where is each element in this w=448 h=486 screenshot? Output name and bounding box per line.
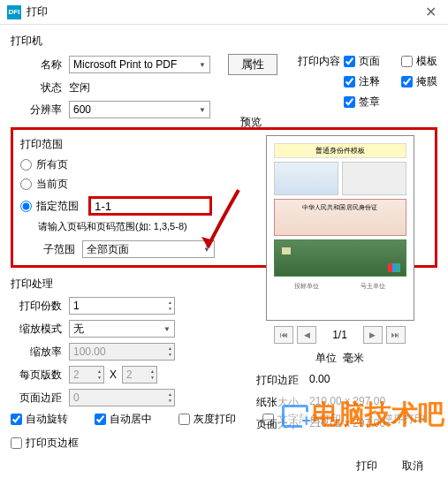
perpage-b-spinner: 2 [122,366,157,383]
close-button[interactable]: ✕ [420,2,441,23]
perpage-a-spinner: 2 [69,366,104,383]
print-content-label: 打印内容 [298,54,340,69]
preview-card [274,162,338,195]
properties-button[interactable]: 属性 [228,54,277,75]
watermark-icon [282,405,308,428]
cancel-button[interactable]: 取消 [395,457,430,475]
preview-bank-card [274,239,406,277]
subrange-label: 子范围 [38,242,75,257]
resolution-dropdown[interactable]: 600 [69,101,210,118]
name-label: 名称 [11,57,62,72]
next-page-button[interactable]: ▶ [363,326,383,344]
page-border-checkbox[interactable] [11,437,22,449]
mask-checkbox[interactable] [401,76,413,87]
app-icon: DFI [7,5,21,19]
ratio-spinner: 100.00 [69,343,175,361]
print-button[interactable]: 打印 [349,457,384,475]
auto-center-checkbox[interactable] [95,414,106,425]
preview-id-card: 中华人民共和国 居民身份证 [274,199,406,236]
scale-mode-dropdown[interactable]: 无 [69,320,175,338]
subrange-dropdown[interactable]: 全部页面 [82,240,215,258]
status-label: 状态 [11,80,62,95]
range-radio[interactable] [20,201,32,212]
watermark: 电脑技术吧 [278,397,448,433]
all-pages-radio[interactable] [20,159,32,171]
page-checkbox[interactable] [344,56,355,67]
preview-section-label: 预览 [240,115,439,130]
page-indicator: 1/1 [332,329,347,341]
range-input[interactable] [88,196,212,216]
last-page-button[interactable]: ⏭ [386,326,406,344]
printer-name-dropdown[interactable]: Microsoft Print to PDF [69,56,210,73]
preview-panel: 普通身份件模板 中华人民共和国 居民身份证 投标单位号主单位 [266,135,414,321]
preview-card [342,162,406,195]
annot-checkbox[interactable] [344,76,355,87]
printer-section-label: 打印机 [11,34,437,49]
auto-rotate-checkbox[interactable] [11,414,22,425]
preview-doc-title: 普通身份件模板 [274,143,406,158]
resolution-label: 分辨率 [11,103,62,118]
stamp-checkbox[interactable] [344,96,355,108]
page-margin-spinner: 0 [69,389,175,406]
template-checkbox[interactable] [401,56,413,67]
copies-spinner[interactable]: 1 [69,297,175,315]
prev-page-button[interactable]: ◀ [297,326,316,344]
window-title: 打印 [27,4,420,19]
status-value: 空闲 [69,80,90,95]
gray-checkbox[interactable] [178,414,190,425]
current-page-radio[interactable] [20,178,32,190]
first-page-button[interactable]: ⏮ [274,326,293,344]
